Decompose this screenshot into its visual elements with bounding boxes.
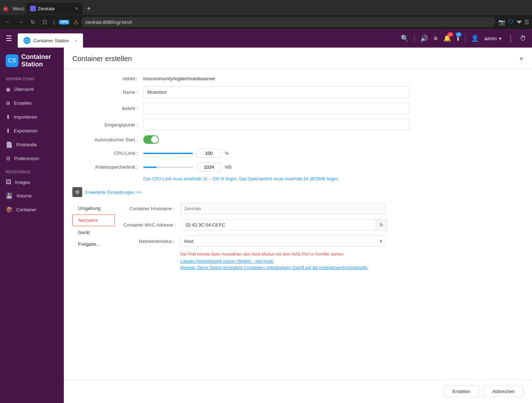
abbild-label: Abbild : [72,76,143,81]
netzwerkmodus-row: Netzwerkmodus : Host Bridge None [123,235,523,247]
eingangspunkt-input[interactable] [143,119,409,130]
menu-label: Menü [13,6,24,11]
menu-dots-icon[interactable]: ☰ [524,19,529,26]
sidebar-label-protokolle: Protokolle [16,142,37,147]
memory-slider-track[interactable] [143,167,193,168]
memory-slider-fill [143,167,157,168]
info-full-access[interactable]: Hinweis: Diese Option ermöglicht Contain… [180,265,523,270]
bookmark-icon[interactable]: ❤ [517,19,521,26]
header-actions: 🔍 🔊 ≡ 🔔 1 ℹ 3 👤 admin ▾ ⋮ ⏱ [401,34,526,43]
browser-tab-bar: ◉ Menü Zentrale × + [0,0,532,15]
cpu-value-input[interactable] [196,149,221,158]
user-button[interactable]: admin ▾ [484,36,501,41]
more-button[interactable]: ⋮ [507,34,514,43]
volume-icon: 💾 [6,192,13,199]
sidebar-label-images: Images [15,180,30,185]
app-tab-container-station[interactable]: CS Container Station × [18,33,83,48]
advanced-section[interactable]: ⚙ Erweiterte Einstellungen >> [72,187,523,197]
sidebar-logo-text: ContainerStation [21,53,51,68]
warning-port-conflict: Der Port könnte beim Auswählen des Host-… [180,252,523,257]
sidebar-item-importieren[interactable]: ⬆ Importieren [0,110,64,124]
netzwerkmodus-label: Netzwerkmodus : [123,239,180,244]
tab-close-button[interactable]: × [75,6,78,11]
erstellen-button[interactable]: Erstellen [444,386,480,397]
info-icon[interactable]: ℹ 3 [457,34,459,42]
reload-button[interactable]: ↻ [28,17,37,27]
sidebar-label-erstellen: Erstellen [14,100,32,106]
bell-badge: 1 [448,32,453,37]
eingangspunkt-label: Eingangspunkt : [72,122,143,127]
mac-label: Container MAC-Adresse : [123,222,182,228]
tab-geraet[interactable]: Gerät [72,227,115,238]
back-button[interactable]: ← [3,17,13,27]
sidebar-item-volume[interactable]: 💾 Volume [0,189,64,203]
browser-tab-zentrale[interactable]: Zentrale × [26,3,83,14]
bell-icon[interactable]: 🔔 1 [443,34,451,42]
address-bar[interactable]: zentrale:8080/cgi-bin/# [81,17,495,27]
user-chevron: ▾ [499,36,501,41]
exportieren-icon: ⬇ [6,127,10,134]
sidebar-item-container[interactable]: 📦 Container [0,203,64,217]
gear-icon: ⚙ [72,187,82,197]
new-tab-button[interactable]: + [84,3,94,14]
befehl-input[interactable] [143,103,409,114]
search-icon[interactable]: 🔍 [401,34,409,42]
vpn-badge: VPN [59,20,69,24]
cpu-slider-track[interactable] [143,153,193,154]
abbild-row: Abbild : lmscommunity/logitechmediaserve… [72,76,523,81]
sidebar-label-exportieren: Exportieren [14,128,37,134]
name-label: Name : [72,89,143,95]
dialog-close-button[interactable]: × [519,55,523,63]
tab-netzwerk[interactable]: Netzwerk [72,214,115,226]
app-body: CS ContainerStation Verwaltung ◉ Übersic… [0,48,532,403]
app-header: ☰ CS Container Station × 🔍 🔊 ≡ 🔔 1 ℹ 3 👤… [0,29,532,48]
memory-value-input[interactable] [196,163,221,171]
app-tab-close[interactable]: × [74,38,77,43]
sidebar-item-protokolle[interactable]: 📄 Protokolle [0,138,64,152]
dialog-header: Container erstellen × [64,48,532,69]
opera-logo[interactable]: ◉ [3,5,9,12]
sidebar-label-container: Container [16,207,36,212]
images-icon: 🖼 [6,179,11,185]
mac-refresh-button[interactable]: ↻ [376,219,387,230]
sidebar-item-erstellen[interactable]: ⊕ Erstellen [0,96,64,110]
sidebar-item-images[interactable]: 🖼 Images [0,175,64,189]
stack-icon[interactable]: ≡ [434,35,438,42]
address-text: zentrale:8080/cgi-bin/# [85,20,132,25]
sidebar-item-uebersicht[interactable]: ◉ Übersicht [0,82,64,96]
sidebar-item-exportieren[interactable]: ⬇ Exportieren [0,124,64,138]
info-badge: 3 [456,32,461,37]
tab-freigabe[interactable]: Freigabe... [72,239,115,250]
volume-icon[interactable]: 🔊 [420,34,428,42]
praeferenzen-icon: ⚙ [6,155,11,162]
camera-icon[interactable]: 📷 [498,19,505,26]
sidebar-section-verwaltung: Verwaltung [0,74,64,82]
abbrechen-button[interactable]: Abbrechen [483,386,523,397]
advanced-link[interactable]: Erweiterte Einstellungen >> [85,190,142,195]
sidebar-logo-icon: CS [6,54,18,67]
sidebar: CS ContainerStation Verwaltung ◉ Übersic… [0,48,64,403]
home-button[interactable]: ☷ [40,17,49,27]
erstellen-icon: ⊕ [6,100,10,107]
mac-input-group: ↻ [182,219,387,230]
tab-umgebung[interactable]: Umgebung [72,203,115,214]
mac-input[interactable] [182,219,376,230]
memory-unit: MB [225,164,232,170]
auto-start-toggle[interactable] [143,135,159,144]
sidebar-item-praeferenzen[interactable]: ⚙ Präferenzen [0,152,64,165]
netzwerkmodus-select[interactable]: Host Bridge None [180,235,386,247]
auto-start-row: Automatischer Start : [72,135,523,144]
name-input[interactable] [143,86,409,98]
sidebar-label-uebersicht: Übersicht [14,87,34,92]
name-row: Name : [72,86,523,98]
forward-button[interactable]: → [16,17,26,27]
befehl-row: Befehl : [72,103,523,114]
info-local-host-network[interactable]: Lokales Hostnetzwerk nutzen (Befehl: --n… [180,259,523,264]
user-icon[interactable]: 👤 [471,34,479,42]
hamburger-menu[interactable]: ☰ [6,34,12,43]
hostname-input[interactable] [180,203,386,214]
memory-label: Arbeitsspeicherlimit : [72,164,143,170]
shield-icon[interactable]: 🛡 [508,19,514,25]
tabs-and-content: Umgebung Netzwerk Gerät Freigabe... Cont… [72,203,523,272]
gauge-icon[interactable]: ⏱ [520,35,526,42]
